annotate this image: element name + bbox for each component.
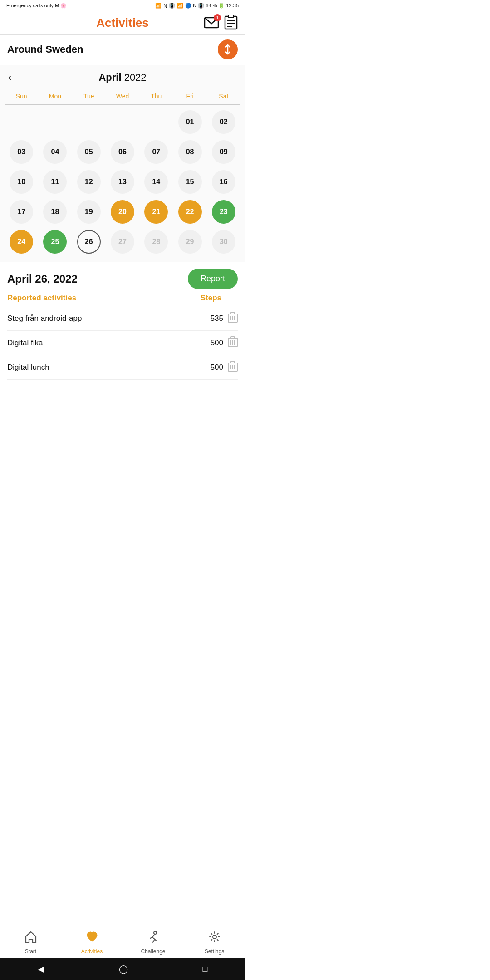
svg-rect-11 — [231, 312, 235, 314]
calendar-day-number[interactable]: 08 — [178, 140, 202, 164]
mail-badge: 1 — [214, 14, 221, 21]
calendar-day-number[interactable]: 14 — [144, 170, 168, 194]
calendar-day-number[interactable]: 28 — [144, 230, 168, 254]
trip-name: Around Sweden — [7, 44, 83, 55]
calendar-cell[interactable]: 21 — [139, 198, 173, 225]
calendar-cell[interactable]: 05 — [72, 138, 106, 166]
calendar-day-header: Sun — [5, 91, 38, 102]
calendar-day-number[interactable]: 18 — [43, 200, 67, 224]
activity-row: Digital lunch500 — [7, 355, 238, 380]
calendar-day-number[interactable]: 20 — [111, 200, 134, 224]
calendar-day-number[interactable]: 27 — [111, 230, 134, 254]
calendar-cell[interactable]: 19 — [72, 198, 106, 225]
calendar-cell[interactable]: 11 — [38, 168, 72, 196]
calendar-day-number[interactable]: 19 — [77, 200, 101, 224]
calendar-day-number[interactable]: 21 — [144, 200, 168, 224]
calendar-cell[interactable]: 06 — [106, 138, 139, 166]
header: Activities 1 — [0, 11, 245, 34]
activity-name: Steg från android-app — [7, 314, 82, 323]
calendar-day-number[interactable]: 26 — [77, 230, 101, 254]
calendar-cell[interactable]: 28 — [139, 228, 173, 255]
calendar-cell[interactable]: 01 — [173, 108, 206, 136]
delete-activity-button[interactable] — [228, 361, 238, 374]
calendar-cell[interactable]: 26 — [72, 228, 106, 255]
activity-section: April 26, 2022 Report Reported activitie… — [0, 262, 245, 386]
calendar-cell[interactable]: 09 — [207, 138, 240, 166]
calendar-day-number[interactable]: 15 — [178, 170, 202, 194]
calendar-day-number[interactable]: 17 — [10, 200, 33, 224]
delete-activity-button[interactable] — [228, 336, 238, 349]
activity-steps: 535 — [211, 314, 223, 323]
calendar-cell[interactable]: 15 — [173, 168, 206, 196]
calendar-day-number[interactable]: 10 — [10, 170, 33, 194]
calendar-day-number[interactable]: 05 — [77, 140, 101, 164]
activity-column-headers: Reported activities Steps — [7, 294, 238, 303]
trip-selector: Around Sweden — [0, 35, 245, 65]
calendar-day-number[interactable]: 25 — [43, 230, 67, 254]
calendar-day-number[interactable]: 23 — [212, 200, 235, 224]
calendar-cell[interactable]: 17 — [5, 198, 38, 225]
mail-wrapper[interactable]: 1 — [204, 16, 219, 30]
calendar-cell[interactable]: 16 — [207, 168, 240, 196]
page-title: Activities — [96, 16, 149, 30]
calendar-day-number[interactable]: 16 — [212, 170, 235, 194]
calendar-day-number[interactable]: 24 — [10, 230, 33, 254]
calendar-cell[interactable]: 27 — [106, 228, 139, 255]
calendar-day-header: Sat — [207, 91, 240, 102]
calendar-cell[interactable]: 23 — [207, 198, 240, 225]
calendar-day-number[interactable]: 07 — [144, 140, 168, 164]
calendar-cell[interactable]: 07 — [139, 138, 173, 166]
activity-steps: 500 — [211, 338, 223, 348]
calendar-day-header: Fri — [173, 91, 206, 102]
report-button[interactable]: Report — [188, 269, 238, 289]
calendar-cell[interactable]: 30 — [207, 228, 240, 255]
calendar-day-number[interactable]: 12 — [77, 170, 101, 194]
calendar-cell — [38, 108, 72, 136]
calendar-day-number[interactable]: 03 — [10, 140, 33, 164]
col-steps-label: Steps — [201, 294, 238, 303]
calendar-week-row: 17181920212223 — [5, 198, 240, 225]
delete-activity-button[interactable] — [228, 312, 238, 325]
status-left: Emergency calls only M 🌸 — [6, 3, 67, 9]
calendar-week-row: 0102 — [5, 108, 240, 136]
calendar-header-row: SunMonTueWedThuFriSat — [5, 91, 240, 105]
calendar-cell[interactable]: 20 — [106, 198, 139, 225]
calendar-cell[interactable]: 29 — [173, 228, 206, 255]
trip-swap-button[interactable] — [218, 39, 238, 59]
calendar-cell[interactable]: 22 — [173, 198, 206, 225]
calendar-day-number[interactable]: 02 — [212, 110, 235, 134]
calendar-cell[interactable]: 02 — [207, 108, 240, 136]
activity-row: Steg från android-app535 — [7, 306, 238, 331]
calendar-cell[interactable]: 24 — [5, 228, 38, 255]
calendar-cell[interactable]: 25 — [38, 228, 72, 255]
prev-month-button[interactable]: ‹ — [8, 72, 11, 83]
calendar-day-number[interactable]: 06 — [111, 140, 134, 164]
calendar-day-number[interactable]: 13 — [111, 170, 134, 194]
calendar-week-row: 10111213141516 — [5, 168, 240, 196]
col-activities-label: Reported activities — [7, 294, 76, 303]
calendar-day-number[interactable]: 22 — [178, 200, 202, 224]
bluetooth-icon: 📶 — [155, 3, 162, 9]
calendar-cell[interactable]: 13 — [106, 168, 139, 196]
calendar-cell[interactable]: 03 — [5, 138, 38, 166]
calendar-day-number[interactable]: 04 — [43, 140, 67, 164]
activity-row: Digital fika500 — [7, 331, 238, 355]
calendar-day-number[interactable]: 01 — [178, 110, 202, 134]
calendar-cell[interactable]: 18 — [38, 198, 72, 225]
calendar-day-number[interactable]: 09 — [212, 140, 235, 164]
selected-date: April 26, 2022 — [7, 273, 78, 285]
signal-icon: 📳 — [169, 3, 175, 9]
calendar-day-number[interactable]: 11 — [43, 170, 67, 194]
clipboard-icon[interactable] — [224, 15, 238, 32]
calendar-cell[interactable]: 12 — [72, 168, 106, 196]
calendar-cell[interactable]: 14 — [139, 168, 173, 196]
calendar-cell[interactable]: 10 — [5, 168, 38, 196]
calendar-cell[interactable]: 08 — [173, 138, 206, 166]
battery-text: 🔵 N 📳 64 % 🔋 12:35 — [185, 3, 239, 9]
activity-header-row: April 26, 2022 Report — [7, 269, 238, 289]
calendar-day-number[interactable]: 29 — [178, 230, 202, 254]
status-bar: Emergency calls only M 🌸 📶 N 📳 📶 🔵 N 📳 6… — [0, 0, 245, 11]
calendar-day-number[interactable]: 30 — [212, 230, 235, 254]
calendar-cell[interactable]: 04 — [38, 138, 72, 166]
calendar-day-header: Mon — [38, 91, 72, 102]
